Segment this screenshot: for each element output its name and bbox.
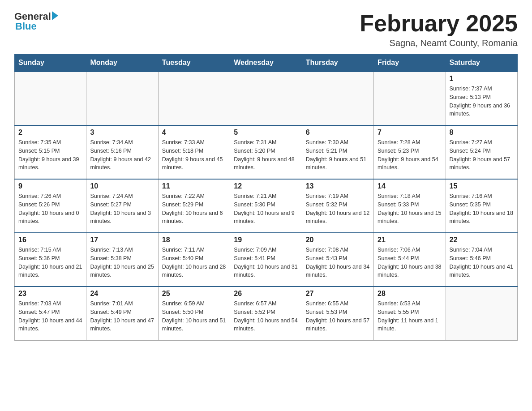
calendar-cell [374,72,446,125]
calendar-day-header: Thursday [302,54,373,72]
calendar-cell: 23Sunrise: 7:03 AMSunset: 5:47 PMDayligh… [15,287,86,340]
calendar-cell: 11Sunrise: 7:22 AMSunset: 5:29 PMDayligh… [158,179,230,233]
day-number: 7 [378,128,442,137]
day-info: Sunrise: 7:28 AMSunset: 5:23 PMDaylight:… [378,138,442,172]
day-number: 9 [18,182,82,190]
day-number: 16 [18,236,82,244]
day-info: Sunrise: 7:22 AMSunset: 5:29 PMDaylight:… [162,192,226,226]
day-number: 15 [450,182,514,190]
calendar-cell: 16Sunrise: 7:15 AMSunset: 5:36 PMDayligh… [15,233,86,287]
calendar-cell: 2Sunrise: 7:35 AMSunset: 5:15 PMDaylight… [15,125,86,179]
calendar-cell [158,72,230,125]
calendar-cell: 15Sunrise: 7:16 AMSunset: 5:35 PMDayligh… [446,179,517,233]
calendar-cell: 25Sunrise: 6:59 AMSunset: 5:50 PMDayligh… [158,287,230,340]
day-number: 25 [162,290,226,298]
calendar-cell: 9Sunrise: 7:26 AMSunset: 5:26 PMDaylight… [15,179,86,233]
day-number: 20 [306,236,370,244]
day-info: Sunrise: 6:57 AMSunset: 5:52 PMDaylight:… [234,300,298,333]
calendar-cell: 21Sunrise: 7:06 AMSunset: 5:44 PMDayligh… [374,233,446,287]
day-number: 14 [378,182,442,190]
day-number: 2 [18,128,82,137]
day-number: 24 [90,290,154,298]
calendar-cell: 20Sunrise: 7:08 AMSunset: 5:43 PMDayligh… [302,233,373,287]
day-number: 4 [162,128,226,137]
header: General Blue February 2025 Sagna, Neamt … [14,11,518,48]
day-number: 19 [234,236,298,244]
day-info: Sunrise: 7:24 AMSunset: 5:27 PMDaylight:… [90,192,154,226]
day-number: 5 [234,128,298,137]
calendar-cell: 17Sunrise: 7:13 AMSunset: 5:38 PMDayligh… [86,233,158,287]
day-info: Sunrise: 7:26 AMSunset: 5:26 PMDaylight:… [18,192,82,226]
calendar-cell: 18Sunrise: 7:11 AMSunset: 5:40 PMDayligh… [158,233,230,287]
day-info: Sunrise: 7:35 AMSunset: 5:15 PMDaylight:… [18,138,82,172]
day-info: Sunrise: 6:59 AMSunset: 5:50 PMDaylight:… [162,300,226,333]
calendar-day-header: Monday [86,54,158,72]
day-info: Sunrise: 7:03 AMSunset: 5:47 PMDaylight:… [18,300,82,333]
day-info: Sunrise: 7:19 AMSunset: 5:32 PMDaylight:… [306,192,370,226]
day-info: Sunrise: 7:04 AMSunset: 5:46 PMDaylight:… [450,246,514,279]
calendar-day-header: Wednesday [230,54,302,72]
day-number: 22 [450,236,514,244]
day-info: Sunrise: 7:08 AMSunset: 5:43 PMDaylight:… [306,246,370,279]
calendar-week-row: 16Sunrise: 7:15 AMSunset: 5:36 PMDayligh… [15,233,518,287]
calendar: SundayMondayTuesdayWednesdayThursdayFrid… [14,54,518,341]
calendar-header-row: SundayMondayTuesdayWednesdayThursdayFrid… [15,54,518,72]
calendar-cell: 8Sunrise: 7:27 AMSunset: 5:24 PMDaylight… [446,125,517,179]
calendar-week-row: 9Sunrise: 7:26 AMSunset: 5:26 PMDaylight… [15,179,518,233]
day-info: Sunrise: 7:11 AMSunset: 5:40 PMDaylight:… [162,246,226,279]
day-info: Sunrise: 7:33 AMSunset: 5:18 PMDaylight:… [162,138,226,172]
calendar-cell: 22Sunrise: 7:04 AMSunset: 5:46 PMDayligh… [446,233,517,287]
calendar-cell: 19Sunrise: 7:09 AMSunset: 5:41 PMDayligh… [230,233,302,287]
day-number: 3 [90,128,154,137]
calendar-cell: 1Sunrise: 7:37 AMSunset: 5:13 PMDaylight… [446,72,517,125]
day-number: 8 [450,128,514,137]
calendar-cell: 12Sunrise: 7:21 AMSunset: 5:30 PMDayligh… [230,179,302,233]
calendar-cell: 10Sunrise: 7:24 AMSunset: 5:27 PMDayligh… [86,179,158,233]
day-number: 13 [306,182,370,190]
day-number: 6 [306,128,370,137]
day-number: 27 [306,290,370,298]
calendar-week-row: 1Sunrise: 7:37 AMSunset: 5:13 PMDaylight… [15,72,518,125]
month-title: February 2025 [360,11,518,36]
day-info: Sunrise: 7:15 AMSunset: 5:36 PMDaylight:… [18,246,82,279]
calendar-cell [15,72,86,125]
calendar-week-row: 23Sunrise: 7:03 AMSunset: 5:47 PMDayligh… [15,287,518,340]
calendar-cell: 13Sunrise: 7:19 AMSunset: 5:32 PMDayligh… [302,179,373,233]
calendar-day-header: Friday [374,54,446,72]
day-number: 10 [90,182,154,190]
day-number: 26 [234,290,298,298]
day-info: Sunrise: 7:37 AMSunset: 5:13 PMDaylight:… [450,85,514,118]
day-info: Sunrise: 6:53 AMSunset: 5:55 PMDaylight:… [378,300,442,333]
calendar-day-header: Sunday [15,54,86,72]
day-number: 23 [18,290,82,298]
calendar-cell: 3Sunrise: 7:34 AMSunset: 5:16 PMDaylight… [86,125,158,179]
day-number: 11 [162,182,226,190]
calendar-cell: 6Sunrise: 7:30 AMSunset: 5:21 PMDaylight… [302,125,373,179]
calendar-day-header: Tuesday [158,54,230,72]
calendar-week-row: 2Sunrise: 7:35 AMSunset: 5:15 PMDaylight… [15,125,518,179]
calendar-cell [86,72,158,125]
day-info: Sunrise: 7:30 AMSunset: 5:21 PMDaylight:… [306,138,370,172]
calendar-cell [302,72,373,125]
calendar-cell: 7Sunrise: 7:28 AMSunset: 5:23 PMDaylight… [374,125,446,179]
location-title: Sagna, Neamt County, Romania [360,38,518,48]
day-info: Sunrise: 7:13 AMSunset: 5:38 PMDaylight:… [90,246,154,279]
day-info: Sunrise: 7:06 AMSunset: 5:44 PMDaylight:… [378,246,442,279]
logo-blue: Blue [15,21,37,32]
day-number: 1 [450,75,514,83]
calendar-cell: 5Sunrise: 7:31 AMSunset: 5:20 PMDaylight… [230,125,302,179]
day-info: Sunrise: 7:34 AMSunset: 5:16 PMDaylight:… [90,138,154,172]
day-number: 21 [378,236,442,244]
title-area: February 2025 Sagna, Neamt County, Roman… [360,11,518,48]
logo-arrow-icon [52,11,58,20]
day-info: Sunrise: 7:18 AMSunset: 5:33 PMDaylight:… [378,192,442,226]
day-number: 18 [162,236,226,244]
day-info: Sunrise: 7:27 AMSunset: 5:24 PMDaylight:… [450,138,514,172]
calendar-cell: 28Sunrise: 6:53 AMSunset: 5:55 PMDayligh… [374,287,446,340]
day-info: Sunrise: 7:16 AMSunset: 5:35 PMDaylight:… [450,192,514,226]
calendar-cell: 4Sunrise: 7:33 AMSunset: 5:18 PMDaylight… [158,125,230,179]
logo: General Blue [14,11,58,32]
calendar-day-header: Saturday [446,54,517,72]
day-info: Sunrise: 7:01 AMSunset: 5:49 PMDaylight:… [90,300,154,333]
day-info: Sunrise: 7:09 AMSunset: 5:41 PMDaylight:… [234,246,298,279]
